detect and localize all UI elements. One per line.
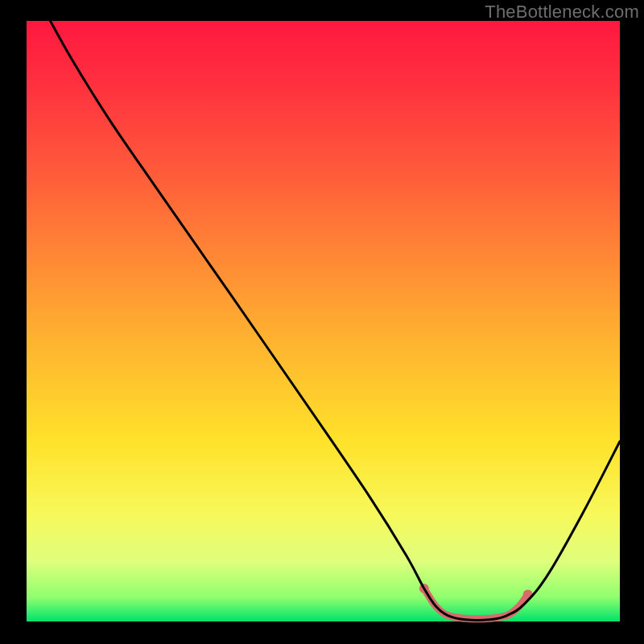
watermark-text: TheBottleneck.com — [485, 2, 639, 23]
bottleneck-chart — [0, 0, 644, 644]
chart-background — [27, 21, 620, 621]
